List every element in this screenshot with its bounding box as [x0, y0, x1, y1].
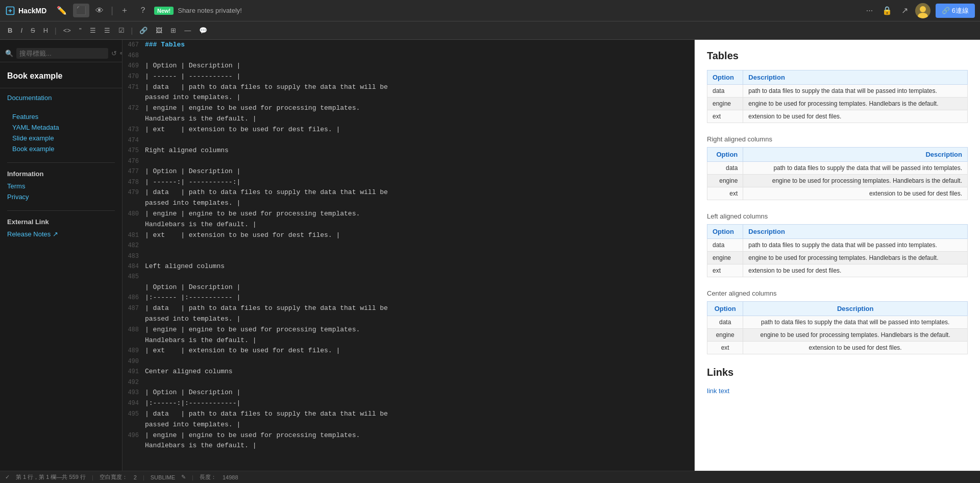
- preview-table-center: Option Description data path to data fil…: [707, 301, 968, 354]
- editor-line-487: 487 | data | path to data files to suppl…: [122, 303, 694, 314]
- table-row: engine engine to be used for processing …: [707, 98, 968, 110]
- preview-links-section: Links link text: [707, 367, 968, 395]
- comment-button[interactable]: 💬: [195, 25, 211, 36]
- sidebar-item-release-notes[interactable]: Release Notes ↗: [7, 229, 115, 239]
- editor-line-473: 473 | ext | extension to be used for des…: [122, 125, 694, 135]
- statusbar-spell-icon[interactable]: ✎: [181, 474, 186, 480]
- topbar-add-icon[interactable]: ＋: [117, 3, 132, 18]
- search-input[interactable]: [16, 48, 108, 59]
- topbar-share-icon[interactable]: ↗: [899, 4, 910, 17]
- sidebar-item-privacy[interactable]: Privacy: [7, 191, 115, 202]
- statusbar-whitespace-value: 2: [134, 474, 137, 480]
- editor-line-485: 485: [122, 272, 694, 282]
- editor-content: 467 ### Tables 468 469 | Option | Descri…: [122, 40, 694, 451]
- table-row: ext extension to be used for dest files.: [707, 187, 968, 200]
- preview-links-title: Links: [707, 367, 968, 378]
- sidebar-group-external-link: External Link: [0, 215, 122, 228]
- editor-line-471b: passed into templates. |: [122, 92, 694, 103]
- statusbar-whitespace-label: 空白寬度：: [100, 473, 128, 481]
- topbar-more-icon[interactable]: ···: [864, 4, 875, 17]
- statusbar-position: 第 1 行，第 1 欄—共 559 行: [16, 473, 86, 481]
- editor-line-479: 479 | data | path to data files to suppl…: [122, 187, 694, 198]
- preview-table-center-header-desc: Description: [743, 302, 968, 316]
- editor-line-482: 482: [122, 240, 694, 251]
- preview-table-right-header-option: Option: [707, 148, 743, 162]
- editor-line-472b: Handlebars is the default. |: [122, 114, 694, 125]
- unordered-list-button[interactable]: ☰: [86, 25, 100, 36]
- sidebar-item-terms[interactable]: Terms: [7, 181, 115, 191]
- bold-button[interactable]: B: [4, 25, 16, 36]
- topbar-lock-icon[interactable]: 🔒: [880, 4, 894, 17]
- statusbar: ✓ 第 1 行，第 1 欄—共 559 行 | 空白寬度： 2 | SUBLIM…: [0, 471, 980, 483]
- editor-line-492: 492: [122, 377, 694, 388]
- sidebar-external-links: Release Notes ↗: [0, 228, 122, 244]
- strikethrough-button[interactable]: S: [27, 25, 39, 36]
- code-button[interactable]: <>: [60, 25, 75, 36]
- editor-line-495: 495 | data | path to data files to suppl…: [122, 409, 694, 420]
- table-button[interactable]: ⊞: [167, 25, 180, 36]
- statusbar-sep-3: |: [192, 474, 193, 480]
- edit-mode-icon[interactable]: ✏️: [54, 4, 70, 17]
- link-button[interactable]: 🔗: [136, 25, 151, 36]
- editor-line-471: 471 | data | path to data files to suppl…: [122, 82, 694, 93]
- statusbar-length-label: 長度：: [200, 473, 216, 481]
- editor-line-494: 494 |:------:|:------------|: [122, 398, 694, 409]
- table-row: ext extension to be used for dest files.: [707, 264, 968, 277]
- refresh-icon[interactable]: ↺: [111, 50, 117, 57]
- preview-section-right: Option Description data path to data fil…: [707, 147, 968, 200]
- heading-button[interactable]: H: [40, 25, 52, 36]
- preview-link-text[interactable]: link text: [707, 387, 729, 395]
- sidebar-divider-2: [7, 210, 115, 211]
- sidebar-group-information: Information: [0, 167, 122, 180]
- statusbar-check: ✓: [5, 474, 10, 480]
- ordered-list-button[interactable]: ☰: [101, 25, 114, 36]
- preview-table-right: Option Description data path to data fil…: [707, 147, 968, 200]
- topbar-share-label[interactable]: Share notes privately!: [178, 7, 242, 14]
- image-button[interactable]: 🖼: [152, 25, 166, 36]
- table-row: data path to data files to supply the da…: [707, 316, 968, 329]
- editor-line-474: 474: [122, 135, 694, 146]
- preview-section-default: Option Description data path to data fil…: [707, 70, 968, 123]
- connect-button[interactable]: 🔗 6連線: [936, 4, 975, 18]
- sidebar-doc-section: Documentation: [0, 88, 122, 107]
- main-area: 🔍 ↺ ✏ ◀ Book example Documentation Featu…: [0, 40, 980, 471]
- table-row: engine engine to be used for processing …: [707, 175, 968, 187]
- preview-table-default-header-option: Option: [707, 70, 743, 85]
- editor-line-476: 476: [122, 156, 694, 166]
- preview-section-left: Option Description data path to data fil…: [707, 224, 968, 277]
- editor-line-487b: passed into templates. |: [122, 314, 694, 325]
- editor-line-475: 475 Right aligned columns: [122, 146, 694, 156]
- sidebar-item-documentation[interactable]: Documentation: [7, 92, 115, 103]
- italic-button[interactable]: I: [17, 25, 26, 36]
- table-row: ext extension to be used for dest files.: [707, 110, 968, 123]
- format-bar: B I S H | <> " ☰ ☰ ☑ | 🔗 🖼 ⊞ — 💬: [0, 21, 980, 40]
- topbar-help-icon[interactable]: ？: [136, 3, 150, 18]
- sidebar-information-links: Terms Privacy: [0, 180, 122, 206]
- sidebar-item-slide-example[interactable]: Slide example: [12, 133, 115, 143]
- sidebar-divider-1: [7, 162, 115, 163]
- editor-line-478: 478 | ------:| -----------:|: [122, 177, 694, 188]
- sidebar-item-book-example[interactable]: Book example: [12, 143, 115, 154]
- sidebar-item-yaml-metadata[interactable]: YAML Metadata: [12, 122, 115, 133]
- editor-pane[interactable]: 467 ### Tables 468 469 | Option | Descri…: [122, 40, 694, 471]
- editor-line-469: 469 | Option | Description |: [122, 61, 694, 71]
- blockquote-button[interactable]: ": [76, 25, 85, 36]
- topbar-avatar[interactable]: [915, 3, 930, 18]
- editor-line-496: 496 | engine | engine to be used for pro…: [122, 430, 694, 441]
- sidebar-book-title: Book example: [0, 66, 122, 88]
- checkbox-button[interactable]: ☑: [115, 25, 128, 36]
- table-row: ext extension to be used for dest files.: [707, 342, 968, 354]
- preview-table-default-header-desc: Description: [743, 70, 968, 85]
- search-icon: 🔍: [5, 50, 13, 57]
- sidebar-item-features[interactable]: Features: [12, 111, 115, 122]
- preview-pane: Tables Option Description data path to d…: [694, 40, 980, 471]
- sidebar-sub-links: Features YAML Metadata Slide example Boo…: [0, 107, 122, 158]
- statusbar-sep-2: |: [143, 474, 144, 480]
- preview-mode-icon[interactable]: 👁: [92, 4, 107, 17]
- split-mode-icon[interactable]: ⬛: [73, 4, 89, 17]
- sidebar-search-area: 🔍 ↺ ✏ ◀: [0, 45, 122, 62]
- editor-line-480b: Handlebars is the default. |: [122, 220, 694, 230]
- hr-button[interactable]: —: [181, 25, 194, 36]
- preview-table-left: Option Description data path to data fil…: [707, 224, 968, 277]
- preview-table-left-header-option: Option: [707, 225, 743, 239]
